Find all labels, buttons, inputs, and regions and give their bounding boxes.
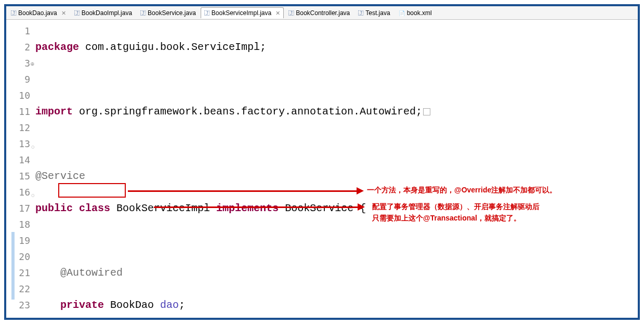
folded-imports-box[interactable]	[423, 108, 430, 115]
annotation-text-1: 一个方法，本身是重写的，@Override注解加不加都可以。	[367, 184, 557, 196]
tab-bookxml[interactable]: 📄 book.xml	[395, 7, 436, 18]
code-editor[interactable]: 1 2 3⊕ 9 10 11 12 13○ 14 15 16○ 17 18 19…	[6, 20, 638, 318]
line-number: 12	[16, 120, 30, 136]
code-line: private BookDao dao;	[35, 297, 638, 313]
line-number: 2	[16, 39, 30, 55]
java-file-icon: 🇯	[204, 10, 209, 16]
line-number: 3⊕	[16, 55, 30, 71]
line-number: 14	[16, 152, 30, 168]
code-line	[35, 232, 638, 249]
line-number: 15	[16, 168, 30, 184]
java-file-icon: 🇯	[74, 10, 80, 16]
close-icon[interactable]: ✕	[275, 10, 280, 17]
line-number: 10	[16, 87, 30, 103]
line-gutter: 1 2 3⊕ 9 10 11 12 13○ 14 15 16○ 17 18 19…	[16, 20, 35, 318]
code-line: import org.springframework.beans.factory…	[35, 103, 638, 120]
tab-bookservice[interactable]: 🇯 BookService.java	[137, 7, 200, 18]
tab-label: BookService.java	[148, 9, 196, 17]
line-number: 22	[16, 281, 30, 297]
line-number: 18	[16, 216, 30, 232]
left-marker-strip	[6, 20, 16, 318]
tab-label: BookController.java	[296, 9, 350, 17]
line-number: 20	[16, 249, 30, 265]
code-line: @Service	[35, 168, 638, 184]
line-number: 9	[16, 71, 30, 87]
editor-frame: 🇯 BookDao.java ✕ 🇯 BookDaoImpl.java 🇯 Bo…	[4, 4, 640, 320]
tab-label: BookDaoImpl.java	[82, 9, 132, 17]
java-file-icon: 🇯	[288, 10, 294, 16]
tab-test[interactable]: 🇯 Test.java	[354, 7, 393, 18]
tab-label: Test.java	[365, 9, 390, 17]
tab-bar: 🇯 BookDao.java ✕ 🇯 BookDaoImpl.java 🇯 Bo…	[6, 6, 638, 20]
tab-label: BookDao.java	[18, 9, 57, 17]
tab-label: book.xml	[407, 9, 432, 17]
line-number: 1	[16, 23, 30, 39]
line-number: 23	[16, 297, 30, 313]
arrow-to-annotation-1	[128, 190, 357, 192]
line-number: 11	[16, 103, 30, 120]
java-file-icon: 🇯	[358, 10, 363, 16]
tab-label: BookServiceImpl.java	[212, 9, 271, 17]
code-area[interactable]: package com.atguigu.book.ServiceImpl; im…	[35, 20, 638, 318]
close-icon[interactable]: ✕	[61, 10, 66, 17]
line-number: 17	[16, 200, 30, 216]
line-number: 21	[16, 265, 30, 281]
tab-bookdao[interactable]: 🇯 BookDao.java ✕	[7, 7, 70, 18]
annotation-text-2-line2: 只需要加上这个@Transactional，就搞定了。	[372, 212, 521, 224]
tab-bookcontroller[interactable]: 🇯 BookController.java	[285, 7, 353, 18]
tab-bookdaoimpl[interactable]: 🇯 BookDaoImpl.java	[71, 7, 136, 18]
arrow-head-1	[357, 187, 364, 195]
change-marker	[11, 232, 15, 300]
code-line	[35, 71, 638, 87]
code-line: package com.atguigu.book.ServiceImpl;	[35, 39, 638, 55]
line-number: 16○	[16, 184, 30, 200]
java-file-icon: 🇯	[140, 10, 146, 16]
line-number: 13○	[16, 136, 30, 152]
java-file-icon: 🇯	[11, 10, 16, 16]
annotation-text-2-line1: 配置了事务管理器（数据源）、开启事务注解驱动后	[372, 201, 540, 212]
override-highlight-box	[58, 183, 126, 198]
line-number: 19	[16, 232, 30, 249]
code-line	[35, 136, 638, 152]
code-line: @Autowired	[35, 265, 638, 281]
xml-file-icon: 📄	[399, 10, 405, 16]
code-line: public class BookServiceImpl implements …	[35, 200, 638, 216]
tab-bookserviceimpl[interactable]: 🇯 BookServiceImpl.java ✕	[201, 7, 284, 18]
